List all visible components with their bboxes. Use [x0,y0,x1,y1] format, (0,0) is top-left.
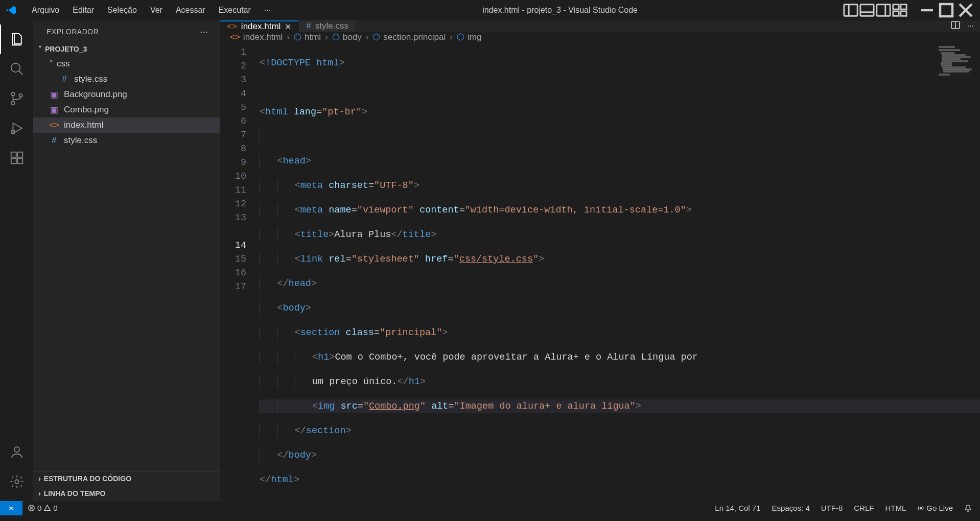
file-combo-png[interactable]: ▣ Combo.png [33,102,220,117]
file-label: Combo.png [64,105,109,115]
menu-selecao[interactable]: Seleção [101,3,143,18]
svg-point-16 [11,92,14,96]
symbol-icon: ⬡ [294,32,301,42]
breadcrumb-file[interactable]: index.html [243,32,283,42]
svg-rect-22 [11,158,16,163]
html-file-icon: <> [227,21,237,32]
folder-css[interactable]: ˅ css [33,56,220,72]
warning-count: 0 [53,504,57,512]
layout-panel-left-icon[interactable] [843,3,858,17]
files-icon [9,32,25,47]
menubar: Arquivo Editar Seleção Ver Acessar Execu… [26,3,277,18]
svg-rect-4 [877,4,890,16]
tab-label: index.html [241,21,281,32]
debug-icon [9,121,25,136]
svg-point-25 [15,480,19,484]
svg-point-17 [11,102,14,105]
tab-style-css[interactable]: # style.css [299,20,356,32]
symbol-icon: ⬡ [332,32,340,42]
status-problems[interactable]: 0 0 [28,504,58,512]
account-icon [9,444,25,460]
breadcrumb-html[interactable]: html [305,32,321,42]
file-index-html[interactable]: <> index.html [33,117,220,133]
breadcrumb-body[interactable]: body [343,32,362,42]
outline-section[interactable]: › ESTRUTURA DO CÓDIGO [33,471,220,486]
chevron-right-icon: › [38,489,41,498]
chevron-down-icon: ˅ [46,59,56,69]
line-number-gutter: 1 2 3 4 5 6 7 8 9 10 11 12 13 14 15 16 1… [220,42,260,508]
breadcrumb[interactable]: <>index.html › ⬡html › ⬡body › ⬡section.… [220,32,980,42]
svg-rect-21 [17,152,22,157]
activity-extensions[interactable] [0,143,33,173]
code-editor[interactable]: 1 2 3 4 5 6 7 8 9 10 11 12 13 14 15 16 1… [220,42,980,508]
image-file-icon: ▣ [49,104,60,115]
window-title: index.html - projeto_3 - Visual Studio C… [277,6,843,15]
svg-rect-34 [942,61,968,62]
timeline-section[interactable]: › LINHA DO TEMPO [33,486,220,501]
warning-icon [43,504,51,512]
css-file-icon: # [49,135,60,146]
activity-source-control[interactable] [0,84,33,113]
svg-rect-37 [942,67,965,68]
menu-arquivo[interactable]: Arquivo [26,3,65,18]
menu-ver[interactable]: Ver [144,3,169,18]
file-background-png[interactable]: ▣ Background.png [33,87,220,102]
folder-label: css [57,59,70,69]
remote-button[interactable] [0,501,22,515]
html-file-icon: <> [49,120,60,131]
file-label: style.css [74,74,107,84]
editor-area: <> index.html ✕ # style.css ··· <>index.… [220,20,980,501]
symbol-icon: ⬡ [457,32,464,42]
tab-index-html[interactable]: <> index.html ✕ [220,20,299,32]
svg-rect-0 [844,4,857,16]
titlebar: Arquivo Editar Seleção Ver Acessar Execu… [0,0,980,20]
svg-rect-7 [901,4,906,9]
svg-rect-33 [942,59,960,60]
activity-settings[interactable] [0,467,33,496]
close-button[interactable] [956,3,975,17]
svg-rect-35 [941,63,951,64]
editor-more-icon[interactable]: ··· [967,21,974,31]
svg-line-15 [18,71,22,75]
sidebar-more-icon[interactable]: ··· [200,27,208,37]
layout-panel-bottom-icon[interactable] [859,3,875,17]
svg-point-24 [14,447,19,452]
maximize-button[interactable] [937,3,955,17]
menu-more[interactable]: ··· [258,3,277,18]
outline-label: ESTRUTURA DO CÓDIGO [44,475,131,483]
menu-acessar[interactable]: Acessar [170,3,212,18]
svg-rect-38 [943,69,971,70]
layout-panel-right-icon[interactable] [876,3,891,17]
file-label: index.html [64,120,103,130]
svg-rect-8 [893,11,899,15]
svg-rect-36 [941,65,951,66]
minimap[interactable] [937,45,973,76]
activity-debug[interactable] [0,113,33,143]
symbol-icon: ⬡ [372,32,380,42]
code-lines[interactable]: <!DOCTYPE html> <html lang="pt-br"> <hea… [260,42,980,508]
svg-rect-30 [941,53,954,54]
tab-bar: <> index.html ✕ # style.css ··· [220,20,980,32]
split-editor-icon[interactable] [951,20,960,32]
file-label: style.css [64,135,97,146]
breadcrumb-section[interactable]: section.principal [383,32,446,42]
menu-executar[interactable]: Executar [213,3,257,18]
svg-point-18 [19,94,22,97]
layout-customize-icon[interactable] [892,3,907,17]
close-tab-icon[interactable]: ✕ [285,22,291,32]
minimize-button[interactable] [918,3,936,17]
search-icon [9,61,25,77]
timeline-label: LINHA DO TEMPO [44,489,106,498]
chevron-down-icon: ˅ [38,45,42,53]
file-style-css-root[interactable]: # style.css [33,133,220,148]
html-file-icon: <> [230,32,240,42]
file-style-css-nested[interactable]: # style.css [33,72,220,87]
menu-editar[interactable]: Editar [66,3,100,18]
activity-search[interactable] [0,54,33,84]
breadcrumb-img[interactable]: img [468,32,481,42]
activity-account[interactable] [0,437,33,467]
activity-explorer[interactable] [0,25,33,54]
project-header[interactable]: ˅ PROJETO_3 [33,43,220,55]
svg-rect-32 [942,57,970,58]
project-name: PROJETO_3 [45,45,87,53]
